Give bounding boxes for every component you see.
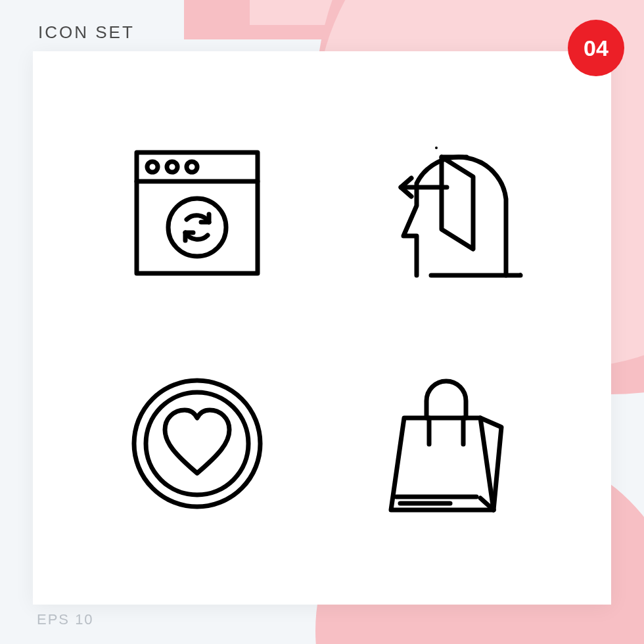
- icon-grid: [72, 97, 572, 559]
- svg-point-9: [435, 147, 438, 149]
- svg-point-5: [168, 198, 226, 256]
- page-title: ICON SET: [38, 22, 135, 43]
- shopping-bag-icon: [378, 368, 516, 519]
- icon-card: [33, 51, 611, 605]
- browser-sync-icon: [125, 141, 269, 285]
- svg-point-12: [146, 392, 248, 495]
- svg-point-10: [519, 273, 522, 275]
- head-door-exit-icon: [368, 137, 526, 288]
- count-badge: 04: [568, 20, 624, 76]
- svg-point-2: [147, 162, 158, 172]
- svg-point-4: [187, 162, 197, 172]
- footer-text: EPS 10: [37, 611, 94, 628]
- svg-point-3: [167, 162, 177, 172]
- heart-circle-icon: [128, 375, 266, 513]
- svg-point-11: [134, 380, 260, 507]
